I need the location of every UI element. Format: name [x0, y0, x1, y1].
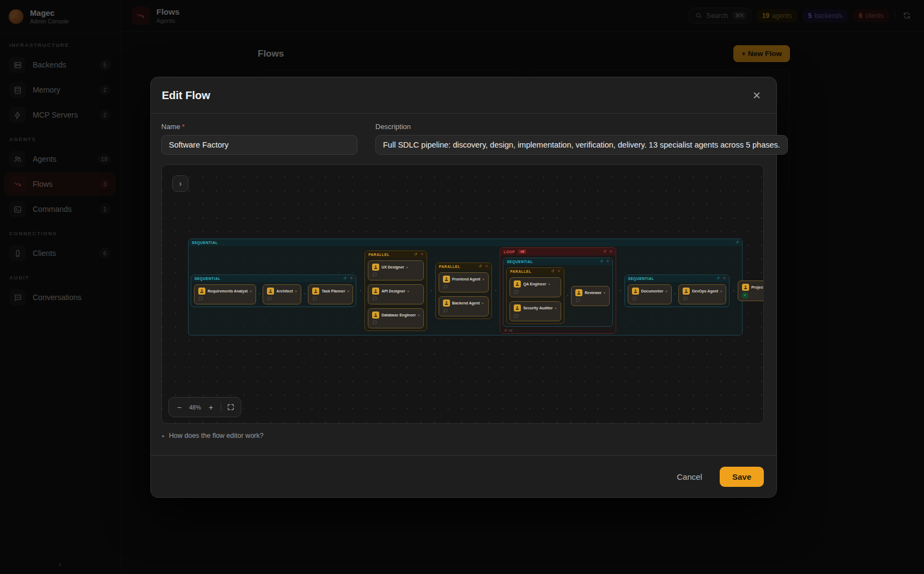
chevron-down-icon[interactable]: ▾	[604, 291, 605, 295]
agent-node[interactable]: Project Coordinator▾✓	[738, 280, 764, 301]
connector-chevron-icon: ›	[674, 292, 676, 296]
chevron-down-icon[interactable]: ▾	[295, 289, 297, 293]
collapse-group-icon[interactable]: ↺	[551, 270, 554, 273]
agent-node[interactable]: QA Engineer▾	[509, 277, 561, 297]
expand-panel-button[interactable]: ›	[172, 175, 189, 192]
zoom-out-button[interactable]: −	[175, 403, 183, 412]
prompt-bubble-icon	[312, 296, 317, 301]
group-type-label: PARALLEL	[368, 253, 390, 257]
connector-chevron-icon: ›	[430, 289, 432, 293]
agent-node[interactable]: Documenter▾	[628, 284, 672, 304]
agent-icon	[267, 288, 274, 295]
collapse-group-icon[interactable]: ↺	[716, 277, 719, 280]
remove-group-icon[interactable]: ✕	[723, 277, 726, 280]
description-field[interactable]: Full SDLC pipeline: discovery, design, i…	[375, 135, 788, 155]
connector-chevron-icon: ›	[360, 289, 361, 293]
agent-icon	[198, 288, 205, 295]
chevron-down-icon[interactable]: ▾	[408, 289, 409, 293]
agent-node[interactable]: Database Engineer▾	[368, 308, 424, 328]
collapse-group-icon[interactable]: ↺	[344, 277, 346, 280]
remove-group-icon[interactable]: ✕	[421, 253, 423, 257]
agent-node-label: Frontend Agent	[452, 277, 481, 281]
help-text: How does the flow editor work?	[169, 432, 264, 439]
close-icon[interactable]: ✕	[752, 90, 761, 101]
agent-node-label: Reviewer	[585, 291, 601, 295]
connector-chevron-icon: ›	[259, 292, 260, 296]
chevron-down-icon[interactable]: ▾	[406, 265, 408, 269]
collapse-group-icon[interactable]: ↺	[603, 250, 606, 254]
chevron-down-icon[interactable]: ▾	[549, 282, 550, 286]
group-type-label: SEQUENTIAL	[628, 277, 654, 280]
collapse-group-icon[interactable]: ↺	[479, 265, 482, 268]
flow-group-sequential-root[interactable]: SEQUENTIAL ↺ SEQUENTIAL ↺✕ Requirements …	[188, 239, 743, 335]
disclosure-triangle-icon: ▸	[162, 433, 165, 438]
agent-node[interactable]: Frontend Agent▾	[439, 272, 489, 292]
flow-group-sequential-discovery[interactable]: SEQUENTIAL ↺✕ Requirements Analyst▾ › Ar…	[191, 274, 356, 307]
remove-group-icon[interactable]: ✕	[350, 277, 352, 280]
flow-canvas[interactable]: › SEQUENTIAL ↺ SEQUENTIAL ↺✕ Requi	[161, 164, 764, 424]
agent-node-label: Project Coordinator	[751, 285, 764, 289]
collapse-group-icon[interactable]: ↺	[736, 241, 739, 245]
connector-chevron-icon: ›	[304, 292, 306, 296]
zoom-in-button[interactable]: +	[207, 403, 215, 412]
agent-node[interactable]: Reviewer▾	[571, 286, 610, 306]
agent-node[interactable]: API Designer▾	[368, 284, 424, 304]
save-button[interactable]: Save	[720, 467, 764, 487]
chevron-down-icon[interactable]: ▾	[666, 289, 667, 293]
chevron-down-icon[interactable]: ▾	[555, 306, 557, 310]
connector-chevron-icon: ›	[495, 289, 497, 293]
zoom-toolbar: − 48% +	[168, 397, 241, 417]
chevron-down-icon[interactable]: ▾	[482, 301, 484, 305]
collapse-group-icon[interactable]: ↺	[600, 260, 603, 264]
name-field[interactable]: Software Factory	[161, 135, 357, 155]
agent-icon	[683, 288, 690, 295]
chevron-down-icon[interactable]: ▾	[483, 277, 484, 281]
remove-group-icon[interactable]: ✕	[485, 265, 488, 268]
remove-group-icon[interactable]: ✕	[610, 250, 612, 254]
flow-group-loop-verification[interactable]: LOOP ×2 ↺✕ SEQUENTIAL ↺✕	[500, 247, 616, 334]
agent-icon	[443, 300, 450, 307]
loop-count-badge: ×2	[518, 249, 526, 254]
flow-group-sequential-verification[interactable]: SEQUENTIAL ↺✕ PARALLEL ↺✕	[503, 258, 613, 327]
chevron-down-icon[interactable]: ▾	[347, 289, 349, 293]
remove-group-icon[interactable]: ✕	[606, 260, 609, 264]
agent-node[interactable]: Task Planner▾	[308, 284, 353, 304]
agent-node[interactable]: Requirements Analyst▾	[194, 284, 256, 304]
remove-group-icon[interactable]: ✕	[557, 270, 560, 273]
agent-node-label: Security Auditor	[523, 306, 552, 310]
flow-group-parallel-qa[interactable]: PARALLEL ↺✕ QA Engineer▾ Security Audito…	[506, 267, 564, 324]
group-type-label: PARALLEL	[439, 265, 460, 268]
group-type-label: PARALLEL	[510, 270, 531, 273]
fit-view-icon[interactable]	[227, 404, 234, 411]
group-type-label: SEQUENTIAL	[507, 260, 533, 264]
chevron-down-icon[interactable]: ▾	[250, 289, 252, 293]
chevron-down-icon[interactable]: ▾	[720, 289, 722, 293]
edit-flow-modal: Edit Flow ✕ Name* Software Factory Descr…	[150, 77, 777, 498]
agent-node[interactable]: Architect▾	[263, 284, 301, 304]
zoom-level: 48%	[189, 404, 201, 411]
group-type-label: LOOP	[503, 250, 515, 254]
flow-group-parallel-implementation[interactable]: PARALLEL ↺✕ Frontend Agent▾ Backend Agen…	[435, 262, 492, 319]
agent-icon	[742, 284, 749, 291]
agent-node[interactable]: Backend Agent▾	[439, 296, 489, 316]
agent-node[interactable]: DevOps Agent▾	[678, 284, 726, 304]
prompt-bubble-icon	[372, 296, 377, 301]
flow-editor-help-toggle[interactable]: ▸ How does the flow editor work?	[161, 424, 764, 439]
agent-icon	[312, 288, 319, 295]
agent-node-label: Database Engineer	[381, 313, 416, 317]
collapse-group-icon[interactable]: ↺	[414, 253, 417, 257]
loop-repeat-hint: ↺×2	[504, 328, 512, 332]
cancel-button[interactable]: Cancel	[677, 472, 702, 481]
agent-node-label: Requirements Analyst	[208, 289, 248, 293]
agent-node-label: Architect	[276, 289, 293, 293]
flow-group-parallel-design[interactable]: PARALLEL ↺✕ UX Designer▾ API Designer▾ D…	[364, 251, 427, 331]
agent-node-label: DevOps Agent	[692, 289, 718, 293]
chevron-down-icon[interactable]: ▾	[418, 313, 420, 317]
agent-node-label: Task Planner	[321, 289, 345, 293]
agent-node[interactable]: Security Auditor▾	[509, 301, 561, 321]
prompt-bubble-icon	[683, 296, 688, 301]
connector-chevron-icon: ›	[567, 294, 569, 298]
flow-group-sequential-delivery[interactable]: SEQUENTIAL ↺✕ Documenter▾ › DevOps Agent…	[624, 274, 730, 307]
agent-node-label: UX Designer	[381, 265, 404, 269]
agent-node[interactable]: UX Designer▾	[368, 260, 424, 280]
